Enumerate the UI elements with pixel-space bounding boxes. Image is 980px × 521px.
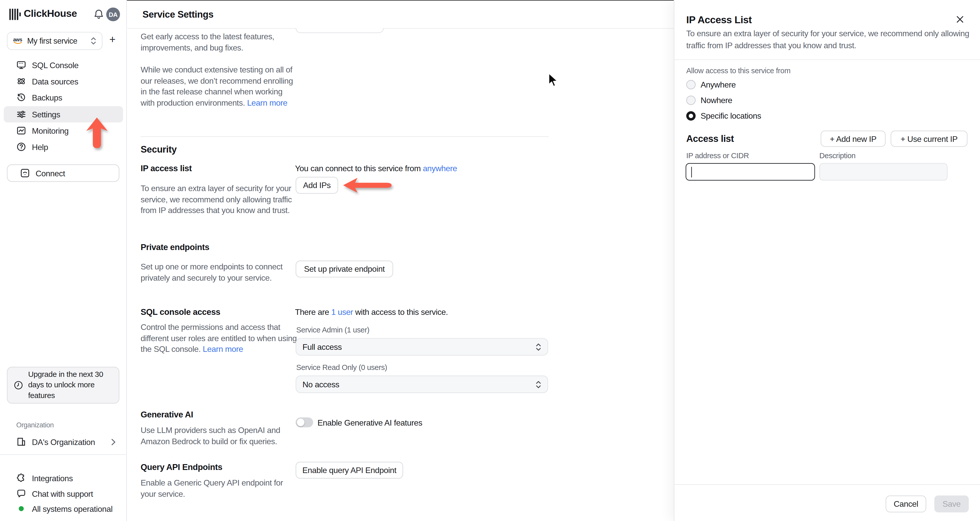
sql-console-icon — [16, 60, 26, 70]
cancel-button[interactable]: Cancel — [886, 496, 926, 512]
one-user-link[interactable]: 1 user — [331, 307, 353, 317]
setup-private-endpoint-button[interactable]: Set up private endpoint — [296, 260, 393, 277]
radio-circle-icon — [686, 96, 696, 105]
service-admin-label: Service Admin (1 user) — [296, 326, 369, 334]
anywhere-link[interactable]: anywhere — [423, 164, 457, 173]
chevron-right-icon — [111, 438, 116, 445]
organization-name: DA's Organization — [32, 437, 106, 446]
service-readonly-select[interactable]: No access — [296, 376, 548, 393]
service-selector[interactable]: aws My first service — [7, 32, 103, 50]
service-readonly-label: Service Read Only (0 users) — [296, 363, 387, 372]
sidebar: ClickHouse DA aws My first service + SQL… — [0, 0, 127, 521]
radio-specific-locations[interactable]: Specific locations — [686, 111, 761, 121]
connect-button[interactable]: Connect — [7, 164, 119, 182]
monitoring-chart-icon — [16, 125, 26, 135]
sidebar-item-system-status[interactable]: All systems operational — [4, 500, 123, 517]
connect-icon — [20, 168, 30, 178]
radio-anywhere[interactable]: Anywhere — [686, 80, 736, 89]
generative-ai-description: Use LLM providers such as OpenAI and Ama… — [141, 425, 297, 447]
learn-more-link[interactable]: Learn more — [203, 344, 243, 354]
clock-icon — [14, 380, 23, 390]
upgrade-banner[interactable]: Upgrade in the next 30 days to unlock mo… — [7, 367, 119, 403]
sidebar-item-label: Help — [32, 142, 48, 152]
settings-sliders-icon — [16, 110, 26, 119]
add-service-button[interactable]: + — [110, 34, 116, 46]
text-caret — [691, 167, 692, 178]
add-new-ip-button[interactable]: + Add new IP — [821, 131, 886, 147]
header-divider — [127, 28, 674, 29]
status-dot-icon — [16, 504, 26, 514]
radio-label: Specific locations — [700, 111, 761, 121]
connect-label: Connect — [36, 168, 65, 178]
help-icon — [16, 142, 26, 152]
annotation-arrow-up — [86, 118, 107, 148]
description-input[interactable] — [819, 163, 948, 181]
private-endpoints-description: Set up one or more endpoints to connect … — [141, 261, 297, 283]
ip-access-list-panel: IP Access List To ensure an extra layer … — [674, 0, 980, 521]
release-channel-select-partial[interactable] — [296, 28, 383, 33]
sidebar-item-label: Backups — [32, 93, 62, 102]
radio-nowhere[interactable]: Nowhere — [686, 96, 732, 105]
service-admin-value: Full access — [302, 342, 342, 352]
query-api-heading: Query API Endpoints — [141, 462, 222, 472]
sidebar-item-backups[interactable]: Backups — [4, 89, 123, 106]
sidebar-item-integrations[interactable]: Integrations — [4, 470, 123, 486]
connect-from-line: You can connect to this service from any… — [295, 164, 457, 173]
sql-users-suffix: with access to this service. — [353, 307, 448, 317]
sql-console-access-heading: SQL console access — [141, 307, 220, 317]
private-endpoints-heading: Private endpoints — [141, 242, 209, 252]
learn-more-link[interactable]: Learn more — [247, 98, 287, 107]
security-section-heading: Security — [141, 144, 177, 154]
connect-from-text: You can connect to this service from — [295, 164, 423, 173]
page-title: Service Settings — [142, 9, 213, 19]
sidebar-divider — [0, 454, 127, 455]
puzzle-icon — [16, 473, 26, 483]
annotation-arrow-left — [343, 178, 392, 193]
generative-ai-toggle[interactable] — [296, 418, 313, 427]
sidebar-item-data-sources[interactable]: Data sources — [4, 73, 123, 89]
access-list-heading: Access list — [686, 133, 734, 144]
generative-ai-heading: Generative AI — [141, 410, 193, 419]
radio-circle-icon — [686, 80, 696, 89]
toggle-knob — [297, 419, 304, 426]
description-label: Description — [819, 151, 856, 160]
sidebar-item-label: Integrations — [32, 473, 73, 483]
chevron-updown-icon — [91, 37, 96, 45]
user-avatar[interactable]: DA — [106, 7, 120, 21]
mouse-cursor — [547, 73, 561, 89]
radio-label: Nowhere — [700, 96, 732, 105]
backups-history-icon — [16, 92, 26, 102]
add-ips-button[interactable]: Add IPs — [296, 177, 338, 194]
system-status-label: All systems operational — [32, 504, 113, 513]
sidebar-item-chat-support[interactable]: Chat with support — [4, 486, 123, 502]
allow-access-label: Allow access to this service from — [686, 66, 791, 75]
save-button[interactable]: Save — [934, 496, 969, 512]
ip-cidr-input[interactable] — [686, 163, 815, 181]
organization-section-label: Organization — [16, 421, 54, 429]
sidebar-item-label: Chat with support — [32, 489, 93, 498]
radio-circle-selected-icon — [686, 111, 696, 121]
panel-footer-divider — [674, 484, 980, 485]
query-api-description: Enable a Generic Query API endpoint for … — [141, 477, 297, 499]
service-admin-select[interactable]: Full access — [296, 338, 548, 356]
use-current-ip-button[interactable]: + Use current IP — [891, 131, 967, 147]
sidebar-item-label: Settings — [32, 110, 60, 119]
ip-cidr-label: IP address or CIDR — [686, 151, 749, 160]
sidebar-item-organization[interactable]: DA's Organization — [4, 434, 123, 450]
building-icon — [16, 437, 26, 447]
upgrade-banner-text: Upgrade in the next 30 days to unlock mo… — [28, 369, 112, 401]
close-icon[interactable] — [955, 14, 966, 25]
enable-query-api-button[interactable]: Enable query API Endpoint — [296, 462, 403, 479]
panel-title: IP Access List — [686, 14, 752, 25]
sidebar-item-sql-console[interactable]: SQL Console — [4, 57, 123, 73]
section-divider — [141, 136, 549, 137]
clickhouse-logo-icon — [9, 8, 21, 21]
sidebar-item-label: Data sources — [32, 76, 78, 86]
generative-ai-toggle-label: Enable Generative AI features — [318, 418, 422, 427]
panel-description: To ensure an extra layer of security for… — [686, 28, 975, 51]
notifications-bell-icon[interactable] — [93, 9, 104, 20]
ip-access-list-heading: IP access list — [141, 164, 192, 173]
service-selector-label: My first service — [27, 37, 86, 45]
sql-users-line: There are 1 user with access to this ser… — [295, 307, 448, 317]
fast-release-description-2: While we conduct extensive testing on al… — [141, 64, 297, 108]
